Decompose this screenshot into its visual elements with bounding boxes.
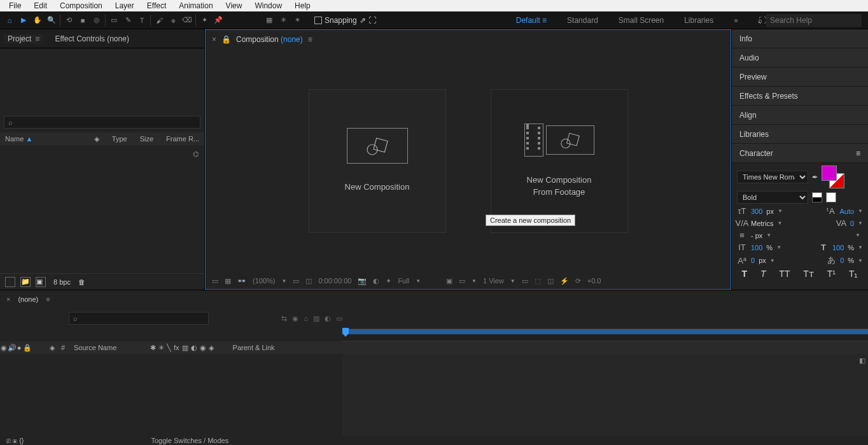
chevron-down-icon[interactable]: ▼ [855,232,860,238]
hand-tool-icon[interactable]: ✋ [31,13,45,27]
camera-icon[interactable]: ▭ [522,277,528,285]
chevron-down-icon[interactable]: ▼ [281,278,286,284]
orbit-tool-icon[interactable]: ⟲ [62,13,76,27]
menu-layer[interactable]: Layer [109,1,141,10]
faux-italic-icon[interactable]: T [760,269,766,279]
col-type[interactable]: Type [112,135,127,143]
new-folder-icon[interactable]: 📁 [20,277,31,287]
snapping-toggle[interactable]: Snapping ⇗ ⛶ [314,16,376,25]
snap-target-icon[interactable]: ⛶ [368,16,376,25]
guides-icon[interactable]: ◫ [305,277,312,285]
stroke-width-value[interactable]: - px [751,232,762,239]
snap-link-icon[interactable]: ⇗ [360,16,366,25]
fill-color-swatch[interactable] [822,166,837,181]
local-axis-icon[interactable]: ✴ [290,13,304,27]
new-composition-card[interactable]: New Composition [309,89,446,233]
timeline-layer-list[interactable] [0,354,342,436]
toggle-switches-modes[interactable]: Toggle Switches / Modes [151,437,228,444]
menu-view[interactable]: View [220,1,249,10]
selection-tool-icon[interactable]: ▶ [17,13,31,27]
collapse-switch-icon[interactable]: ✳ [158,344,164,352]
col-size[interactable]: Size [140,135,153,143]
frame-blend-icon[interactable]: ▥ [313,314,319,323]
grid-icon[interactable]: ▦ [225,277,231,285]
brackets-icon[interactable]: {} [19,437,24,444]
interpret-footage-icon[interactable] [5,277,15,287]
roto-tool-icon[interactable]: ✦ [197,13,211,27]
timeline-tab[interactable]: (none) [18,295,38,303]
timeline-ruler[interactable] [342,328,868,341]
brush-tool-icon[interactable]: 🖌 [152,13,166,27]
playhead-icon[interactable] [342,328,349,337]
col-source-name[interactable]: Source Name [70,344,146,351]
trash-icon[interactable]: 🗑 [78,278,85,286]
allcaps-icon[interactable]: TT [779,269,790,279]
mask-icon[interactable]: 👓 [237,277,246,285]
chevron-down-icon[interactable]: ▼ [858,220,863,226]
axis-icon[interactable]: ✳ [276,13,290,27]
workspace-default[interactable]: Default ≡ [516,16,547,25]
new-composition-from-footage-card[interactable]: New Composition From Footage [491,89,628,233]
col-framerate[interactable]: Frame R... [166,135,199,143]
hscale-value[interactable]: 100 [832,244,844,251]
panel-character[interactable]: Character ≡ [732,144,868,163]
frameblend-switch-icon[interactable]: ▥ [182,344,188,352]
panel-audio[interactable]: Audio [732,48,868,67]
stroke-over-fill-icon[interactable] [826,192,836,202]
clone-tool-icon[interactable]: ⎈ [166,13,180,27]
close-icon[interactable]: × [6,295,10,303]
superscript-icon[interactable]: T¹ [827,269,836,279]
frame-icon[interactable]: ▭ [293,277,299,285]
workspace-libraries[interactable]: Libraries [684,16,713,25]
zoom-readout[interactable]: (100%) [253,277,275,285]
comp-mini-flowchart-icon[interactable]: ⇆ [281,314,287,323]
col-number[interactable]: # [57,344,70,351]
chevron-down-icon[interactable]: ▼ [777,220,782,226]
menu-lines-icon[interactable]: ≡ [308,35,312,44]
3d-switch-icon[interactable]: ◈ [209,344,214,352]
timeline-search-input[interactable]: ⌕ [69,312,209,325]
workspace-more-icon[interactable]: » [734,16,738,25]
tsume-value[interactable]: 0 [840,257,844,264]
font-size-value[interactable]: 300 [751,208,762,215]
vscale-value[interactable]: 100 [751,244,762,251]
subscript-icon[interactable]: T₁ [849,269,858,279]
search-help-input[interactable] [766,14,862,27]
tab-project[interactable]: Project ≡ [4,34,43,43]
shy-icon[interactable]: ⌂ [304,314,308,322]
menu-effect[interactable]: Effect [141,1,172,10]
zoom-tool-icon[interactable]: 🔍 [45,13,59,27]
pen-tool-icon[interactable]: ✎ [121,13,135,27]
text-tool-icon[interactable]: T [135,13,149,27]
chevron-down-icon[interactable]: ▼ [770,258,775,264]
puppet-tool-icon[interactable]: 📌 [211,13,225,27]
eyedropper-icon[interactable]: ✒ [812,173,818,181]
comp-icon[interactable]: ▣ [13,437,17,444]
panel-preview[interactable]: Preview [732,67,868,87]
close-icon[interactable]: × [212,35,216,44]
3d-view-icon[interactable]: ⬚ [535,277,541,285]
fill-over-stroke-icon[interactable] [812,192,822,202]
audio-toggle-icon[interactable]: 🔊 [8,344,15,352]
exposure-readout[interactable]: +0.0 [587,277,601,285]
chevron-down-icon[interactable]: ▼ [510,278,515,284]
rectangle-tool-icon[interactable]: ▭ [107,13,121,27]
menu-lines-icon[interactable]: ≡ [46,295,50,303]
font-family-dropdown[interactable]: Times New Roman [737,171,808,183]
baseline-value[interactable]: 0 [751,257,755,264]
magnify-icon[interactable]: ▭ [212,277,218,285]
eraser-tool-icon[interactable]: ⌫ [180,13,194,27]
workspace-small-screen[interactable]: Small Screen [619,16,664,25]
channel-icon[interactable]: ✦ [386,277,391,285]
timeline-tracks[interactable]: ◧ [342,354,868,436]
checkbox-icon[interactable] [314,17,322,24]
faux-bold-icon[interactable]: T [741,269,747,279]
solo-icon[interactable]: ● [15,344,23,351]
reset-exposure-icon[interactable]: ⟳ [575,277,581,285]
panel-libraries[interactable]: Libraries [732,125,868,144]
lock-icon[interactable]: 🔒 [221,35,231,44]
chevron-down-icon[interactable]: ▼ [858,208,863,214]
motionblur-switch-icon[interactable]: ◐ [191,344,197,352]
kerning-value[interactable]: Metrics [751,220,773,227]
font-style-dropdown[interactable]: Bold [737,191,808,204]
